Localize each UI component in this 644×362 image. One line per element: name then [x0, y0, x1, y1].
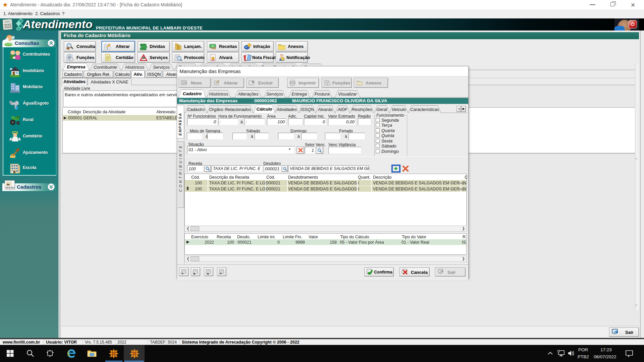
svg-text:1: 1 — [11, 171, 12, 173]
